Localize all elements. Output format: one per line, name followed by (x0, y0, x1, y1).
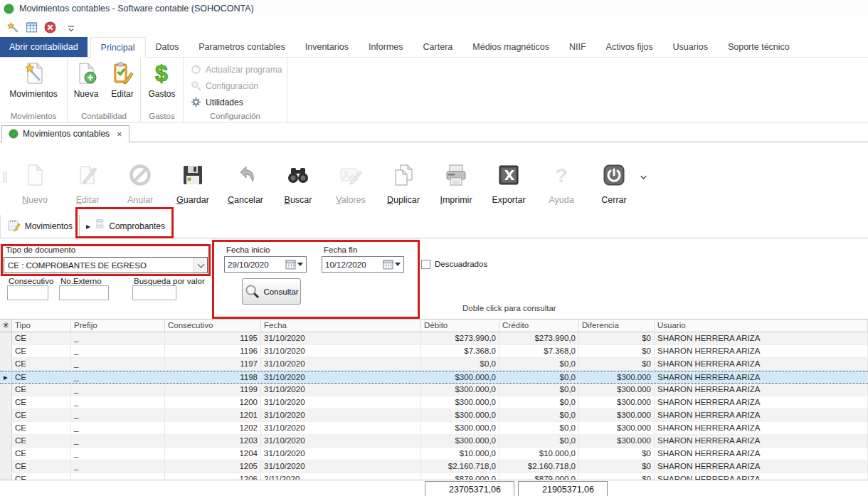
consultar-button[interactable]: Consultar (242, 278, 301, 305)
cell-prefijo: _ (71, 422, 165, 434)
tipo-documento-select[interactable]: CE : COMPROBANTES DE EGRESO (4, 257, 208, 273)
ribbon-button-nueva[interactable]: Nueva (68, 58, 105, 99)
ribbon-button-actualizar-programa[interactable]: Actualizar programa (191, 61, 287, 78)
toolbar-button-label: Cerrar (601, 195, 626, 205)
table-row[interactable]: CE_12062/11/2020$879.000,0$879.000,0$0SH… (0, 473, 868, 480)
table-row[interactable]: CE_119531/10/2020$273.990,0$273.990,0$0S… (0, 332, 868, 345)
cell-consecutivo: 1206 (165, 473, 261, 480)
table-row[interactable]: CE_120031/10/2020$300.000,0$0,0$300.000S… (0, 396, 868, 409)
customize-toolbar-icon[interactable] (67, 23, 75, 31)
toolbar-grip[interactable] (4, 172, 6, 183)
ribbon-tab-cartera[interactable]: Cartera (413, 37, 463, 57)
document-tab-strip: Movimientos contables × (0, 125, 868, 142)
column-header-fecha[interactable]: Fecha (261, 320, 421, 332)
ribbon-button-editar[interactable]: Editar (105, 58, 140, 99)
cell-fecha: 31/10/2020 (261, 358, 421, 370)
ribbon-tab-usuarios[interactable]: Usuarios (663, 37, 718, 57)
ribbon-button-movimientos[interactable]: Movimientos (9, 58, 57, 99)
table-row[interactable]: CE_120331/10/2020$300.000,0$0,0$300.000S… (0, 435, 868, 448)
table-row[interactable]: CE_119931/10/2020$300.000,0$0,0$300.000S… (0, 384, 868, 396)
close-red-icon[interactable] (44, 21, 56, 33)
busqueda-valor-input[interactable] (132, 285, 176, 300)
cell-diferencia: $0 (579, 345, 655, 357)
toolbar-overflow-icon[interactable] (639, 172, 648, 181)
cell-debito: $300.000,0 (421, 384, 499, 396)
document-tab-label: Movimientos contables (23, 129, 110, 139)
table-row[interactable]: CE_120531/10/2020$2.160.718,0$2.160.718,… (0, 460, 868, 473)
ribbon-tab-informes[interactable]: Informes (359, 37, 413, 57)
ribbon-tab-datos[interactable]: Datos (146, 37, 189, 57)
column-header-credito[interactable]: Crédito (499, 320, 579, 332)
toolbar-button-cancelar[interactable]: Cancelar (219, 152, 272, 205)
column-header-selector[interactable]: ✳ (0, 320, 12, 332)
dropdown-arrow-icon[interactable] (297, 263, 303, 266)
table-row[interactable]: ▸CE_119831/10/2020$300.000,0$0,0$300.000… (0, 371, 868, 384)
dollar-icon: $ (149, 61, 174, 85)
no-externo-input[interactable] (59, 285, 109, 300)
ribbon-tab-niif[interactable]: NIIF (559, 37, 596, 57)
ribbon-tab-principal[interactable]: Principal (90, 37, 146, 58)
cell-prefijo: _ (71, 448, 165, 460)
row-selector-cell (0, 473, 12, 480)
chevron-down-icon[interactable] (194, 258, 207, 273)
toolbar-button-buscar[interactable]: Buscar (272, 152, 324, 205)
ribbon-button-configuracion[interactable]: Configuración (191, 78, 287, 94)
cell-debito: $10.000,0 (421, 448, 499, 460)
ribbon-tab-soporte-tecnico[interactable]: Soporte técnico (718, 37, 800, 57)
table-row[interactable]: CE_120231/10/2020$300.000,0$0,0$300.000S… (0, 422, 868, 435)
wand-icon[interactable] (7, 21, 19, 33)
toolbar-button-label: Guardar (176, 195, 209, 205)
toolbar-button-valores[interactable]: Valores (324, 152, 377, 205)
ribbon-button-gastos[interactable]: $ Gastos (148, 58, 175, 99)
svg-text:$: $ (156, 61, 169, 85)
dropdown-arrow-icon[interactable] (395, 263, 401, 266)
column-header-usuario[interactable]: Usuario (655, 320, 868, 332)
toolbar-button-editar[interactable]: Editar (61, 152, 114, 205)
row-selector-cell (0, 448, 12, 460)
toolbar-button-duplicar[interactable]: Duplicar (377, 152, 430, 205)
close-tab-icon[interactable]: × (117, 129, 122, 139)
table-row[interactable]: CE_119731/10/2020$0,0$0,0$0SHARON HERRER… (0, 358, 868, 371)
ribbon-tab-inventarios[interactable]: Inventarios (295, 37, 359, 57)
fecha-fin-input[interactable]: 10/12/2020 (322, 256, 404, 273)
row-selector-cell (0, 460, 12, 473)
ribbon-tab-medios-magneticos[interactable]: Médios magnéticos (462, 37, 559, 57)
cell-tipo: CE (12, 384, 71, 396)
cell-usuario: SHARON HERRERA ARIZA (655, 448, 868, 460)
calendar-icon[interactable] (285, 259, 296, 270)
cell-usuario: SHARON HERRERA ARIZA (655, 371, 868, 383)
toolbar-button-exportar[interactable]: Exportar (482, 152, 535, 205)
toolbar-button-imprimir[interactable]: Imprimir (430, 152, 482, 205)
ribbon-button-utilidades[interactable]: Utilidades (191, 94, 287, 110)
column-header-diferencia[interactable]: Diferencia (579, 320, 655, 332)
tab-movimientos-contables[interactable]: Movimientos contables × (1, 125, 129, 142)
column-header-debito[interactable]: Débito (421, 320, 499, 332)
ribbon-button-label: Editar (111, 89, 133, 99)
ribbon-tab-parametros-contables[interactable]: Parametros contables (189, 37, 295, 57)
table-icon[interactable] (26, 21, 38, 33)
cell-tipo: CE (12, 448, 71, 460)
toolbar-button-cerrar[interactable]: Cerrar (588, 152, 640, 205)
fecha-fin-label: Fecha fin (324, 246, 357, 254)
tab-movimientos[interactable]: Movimientos (0, 215, 80, 238)
table-row[interactable]: CE_119631/10/2020$7.368,0$7.368,0$0SHARO… (0, 345, 868, 358)
table-row[interactable]: CE_120131/10/2020$300.000,0$0,0$300.000S… (0, 409, 868, 422)
column-header-prefijo[interactable]: Prefijo (71, 320, 165, 332)
descuadrados-checkbox[interactable] (421, 260, 430, 269)
edit-page-icon (75, 163, 100, 187)
toolbar-button-guardar[interactable]: Guardar (166, 152, 219, 205)
toolbar-button-ayuda[interactable]: ?Ayuda (535, 152, 588, 205)
fecha-inicio-input[interactable]: 29/10/2020 (224, 256, 307, 273)
table-row[interactable]: CE_120431/10/2020$10.000,0$10.000,0$0SHA… (0, 448, 868, 460)
consecutivo-input[interactable] (7, 285, 48, 300)
tab-comprobantes[interactable]: ▸ Comprobantes (80, 215, 172, 238)
cell-diferencia: $300.000 (579, 435, 655, 447)
calendar-icon[interactable] (383, 259, 393, 270)
ribbon-tab-abrir-contabilidad[interactable]: Abrir contabilidad (0, 37, 88, 57)
toolbar-button-nuevo[interactable]: Nuevo (9, 152, 61, 205)
column-header-consecutivo[interactable]: Consecutivo (165, 320, 261, 332)
wrench-icon (191, 80, 201, 91)
ribbon-tab-activos-fijos[interactable]: Activos fijos (596, 37, 663, 57)
column-header-tipo[interactable]: Tipo (12, 320, 71, 332)
toolbar-button-anular[interactable]: Anular (114, 152, 166, 205)
